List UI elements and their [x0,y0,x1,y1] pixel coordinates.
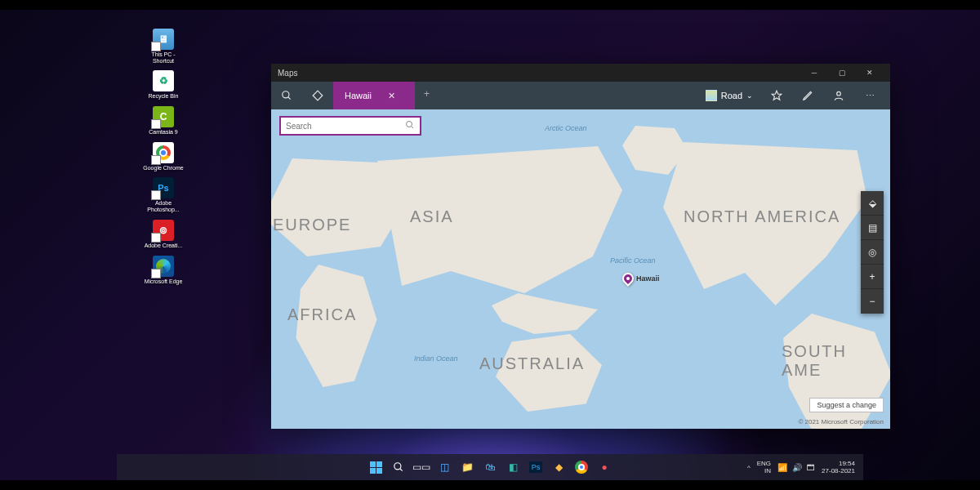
folder-icon: 📁 [461,461,474,473]
search-input[interactable] [286,122,405,131]
continent-label-na: NORTH AMERICA [684,207,840,226]
taskbar-center: ▭▭ ◫ 📁 🛍 ◧ Ps ◆ ● [367,458,613,476]
locate-button[interactable]: ◎ [861,240,884,265]
svg-line-5 [412,127,414,129]
tab-close-icon[interactable]: ✕ [388,91,395,101]
map-style-dropdown[interactable]: Road ⌄ [697,82,761,109]
camtasia-icon: C [153,106,174,127]
directions-button[interactable] [302,82,333,109]
favorites-button[interactable] [761,90,792,101]
tilt-icon: ▤ [868,222,877,234]
map-style-label: Road [721,91,742,100]
chrome-icon [575,461,588,474]
ocean-label-indian: Indian Ocean [414,354,458,363]
battery-icon: 🗔 [807,463,815,472]
tray-icons[interactable]: 📶 🔊 🗔 [777,463,815,472]
taskbar-app-3[interactable]: ● [595,458,613,476]
map-copyright: © 2021 Microsoft Corporation [798,418,884,425]
svg-line-1 [288,97,291,100]
window-title: Maps [278,69,800,78]
desktop-icon-this-pc[interactable]: 🖥 This PC - Shortcut [143,29,184,64]
search-icon[interactable] [405,120,415,131]
chrome-icon [153,142,174,163]
search-icon [393,461,404,473]
compass-button[interactable]: ⬙ [861,191,884,216]
start-button[interactable] [367,458,385,476]
zoom-out-button[interactable]: − [861,289,884,314]
continent-label-asia: ASIA [410,207,454,226]
svg-marker-2 [772,91,782,100]
icon-label: Adobe Creati... [145,243,183,249]
more-button[interactable]: ⋯ [854,91,885,101]
taskbar-widgets[interactable]: ◫ [435,458,453,476]
desktop-icon-creative-cloud[interactable]: ⊚ Adobe Creati... [143,220,184,249]
app-icon: ● [601,461,607,473]
pin-label: Hawaii [636,274,660,283]
desktop-icon-chrome[interactable]: Google Chrome [143,142,184,172]
map-search-box[interactable] [279,116,421,136]
continent-label-sa: SOUTH AME [782,342,890,380]
monitor-icon: 🖥 [153,29,174,50]
language-indicator[interactable]: ENG IN [757,460,771,474]
account-button[interactable] [823,90,854,101]
app-icon: ◆ [555,461,563,473]
icon-label: Camtasia 9 [149,129,177,136]
minimize-button[interactable]: ─ [800,64,828,82]
taskbar-taskview[interactable]: ▭▭ [412,458,430,476]
taskbar-search[interactable] [390,458,408,476]
maximize-button[interactable]: ▢ [828,64,856,82]
volume-icon: 🔊 [792,463,802,472]
search-tool-button[interactable] [271,82,302,109]
minus-icon: − [869,296,875,307]
desktop-icon-photoshop[interactable]: Ps Adobe Photoshop... [143,177,184,212]
taskview-icon: ▭▭ [412,461,430,473]
tilt-button[interactable]: ▤ [861,216,884,240]
compass-icon: ⬙ [869,198,876,209]
icon-label: Adobe Photoshop... [143,200,184,212]
edge-icon [153,256,174,277]
ocean-label-arctic: Arctic Ocean [545,124,587,132]
icon-label: Recycle Bin [149,93,179,100]
taskbar-app-1[interactable]: ◧ [504,458,522,476]
taskbar-chrome[interactable] [572,458,590,476]
time: 19:54 [839,460,855,467]
taskbar-store[interactable]: 🛍 [481,458,499,476]
person-icon [833,90,844,101]
widgets-icon: ◫ [440,461,449,473]
titlebar[interactable]: Maps ─ ▢ ✕ [271,64,890,82]
ellipsis-icon: ⋯ [866,91,875,101]
road-swatch-icon [706,90,717,101]
taskbar-photoshop[interactable]: Ps [527,458,545,476]
desktop-icon-edge[interactable]: Microsoft Edge [143,256,184,285]
svg-point-0 [283,91,289,98]
app-toolbar: Hawaii ✕ Road ⌄ ⋯ [271,82,890,109]
letterbox-top [0,0,980,10]
location-tab[interactable]: Hawaii ✕ [333,82,415,109]
close-button[interactable]: ✕ [856,64,884,82]
continent-label-africa: AFRICA [287,305,357,324]
map-controls: ⬙ ▤ ◎ + − [861,191,884,314]
taskbar-explorer[interactable]: 📁 [458,458,476,476]
tray-chevron[interactable]: ^ [747,464,751,471]
windows-logo-icon [370,461,382,474]
map-canvas[interactable]: EUROPE ASIA NORTH AMERICA AFRICA AUSTRAL… [271,109,890,429]
star-icon [771,90,782,101]
zoom-in-button[interactable]: + [861,265,884,289]
ink-button[interactable] [792,90,823,101]
app-icon: ◧ [509,461,518,473]
wifi-icon: 📶 [777,463,787,472]
desktop-icon-camtasia[interactable]: C Camtasia 9 [143,106,184,136]
ocean-label-pacific: Pacific Ocean [610,256,656,265]
suggest-change-button[interactable]: Suggest a change [809,398,884,412]
store-icon: 🛍 [485,461,495,473]
target-icon: ◎ [868,247,876,258]
taskbar-app-2[interactable]: ◆ [550,458,568,476]
plus-icon: + [869,271,875,283]
clock[interactable]: 19:54 27-08-2021 [822,460,855,474]
desktop: 🖥 This PC - Shortcut ♻ Recycle Bin C Cam… [0,0,980,490]
pen-icon [802,90,813,101]
letterbox-bottom [0,480,980,490]
desktop-icon-recycle-bin[interactable]: ♻ Recycle Bin [143,70,184,100]
map-pin-hawaii[interactable]: Hawaii [622,273,660,284]
landmass [292,265,381,387]
